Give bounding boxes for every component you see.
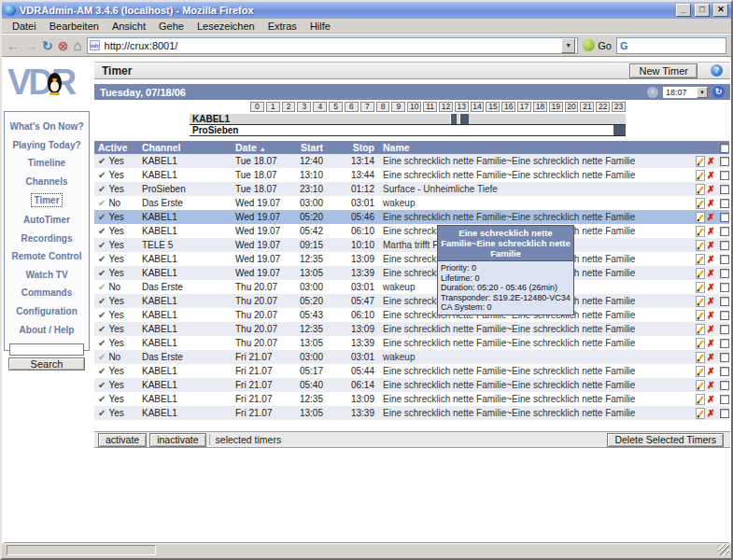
toggle-active-icon[interactable]: ✔ xyxy=(98,352,106,362)
col-name[interactable]: Name xyxy=(379,141,692,154)
delete-timer-icon[interactable]: ✗ xyxy=(707,296,714,306)
delete-timer-icon[interactable]: ✗ xyxy=(707,170,714,180)
menu-item-gehe[interactable]: Gehe xyxy=(152,20,190,33)
timer-row[interactable]: ✔YesKABEL1Wed 19.0705:4206:10Eine schrec… xyxy=(94,224,729,238)
timer-row[interactable]: ✔YesKABEL1Tue 18.0712:4013:14Eine schrec… xyxy=(94,154,729,168)
row-checkbox[interactable] xyxy=(720,381,729,390)
timeline-hour-8[interactable]: 8 xyxy=(376,102,390,112)
toggle-active-icon[interactable]: ✔ xyxy=(98,380,106,390)
stop-icon[interactable]: ⊗ xyxy=(58,39,69,52)
row-checkbox[interactable] xyxy=(720,283,729,292)
toggle-active-icon[interactable]: ✔ xyxy=(98,268,106,278)
sidebar-search-input[interactable] xyxy=(9,343,84,356)
edit-timer-icon[interactable] xyxy=(696,198,705,209)
sidebar-item-playing-today[interactable]: Playing Today? xyxy=(10,139,82,151)
sidebar-item-remote-control[interactable]: Remote Control xyxy=(10,250,84,262)
edit-timer-icon[interactable] xyxy=(696,268,705,279)
web-search-input[interactable] xyxy=(631,39,723,52)
delete-timer-icon[interactable]: ✗ xyxy=(707,310,714,320)
row-checkbox[interactable] xyxy=(720,339,729,348)
toggle-active-icon[interactable]: ✔ xyxy=(98,212,106,222)
inactivate-button[interactable]: inactivate xyxy=(149,433,205,447)
select-all-checkbox[interactable] xyxy=(720,144,729,153)
timeline-hour-9[interactable]: 9 xyxy=(391,102,405,112)
sidebar-item-what-s-on-now[interactable]: What's On Now? xyxy=(7,120,85,133)
row-checkbox[interactable] xyxy=(720,241,729,250)
delete-timer-icon[interactable]: ✗ xyxy=(707,254,714,264)
refresh-timeline-icon[interactable]: ↻ xyxy=(712,86,725,98)
delete-timer-icon[interactable]: ✗ xyxy=(707,268,714,278)
timer-row[interactable]: ✔YesTELE 5Wed 19.0709:1510:10Martha trif… xyxy=(94,238,729,252)
timeline-hour-16[interactable]: 16 xyxy=(501,102,515,112)
edit-timer-icon[interactable] xyxy=(696,310,705,321)
minimize-button[interactable]: _ xyxy=(676,4,691,17)
sidebar-item-timeline[interactable]: Timeline xyxy=(26,157,67,169)
row-checkbox[interactable] xyxy=(720,353,729,362)
toggle-active-icon[interactable]: ✔ xyxy=(98,310,106,320)
col-date[interactable]: Date ▲ xyxy=(232,141,286,154)
timeline-hour-11[interactable]: 11 xyxy=(423,102,437,112)
url-input[interactable] xyxy=(103,39,559,52)
row-checkbox[interactable] xyxy=(720,297,729,306)
col-active[interactable]: Active xyxy=(94,141,138,154)
timer-row[interactable]: ✔YesKABEL1Wed 19.0705:2005:46Eine schrec… xyxy=(94,210,729,224)
timeline-hour-23[interactable]: 23 xyxy=(612,102,626,112)
activate-button[interactable]: activate xyxy=(98,433,147,447)
col-stop[interactable]: Stop xyxy=(328,141,379,154)
timer-row[interactable]: ✔YesKABEL1Fri 21.0713:0513:39Eine schrec… xyxy=(94,406,729,420)
sidebar-search-button[interactable]: Search xyxy=(8,357,85,371)
edit-timer-icon[interactable] xyxy=(696,156,705,167)
reload-icon[interactable]: ↻ xyxy=(42,39,53,52)
col-start[interactable]: Start xyxy=(286,141,328,154)
toggle-active-icon[interactable]: ✔ xyxy=(98,408,106,418)
toggle-active-icon[interactable]: ✔ xyxy=(98,324,106,334)
menu-item-hilfe[interactable]: Hilfe xyxy=(303,20,337,33)
timer-row[interactable]: ✔YesKABEL1Thu 20.0705:2005:47Eine schrec… xyxy=(94,294,729,308)
row-checkbox[interactable] xyxy=(720,325,729,334)
menu-item-ansicht[interactable]: Ansicht xyxy=(106,20,152,33)
time-select[interactable]: 18:07 ▼ xyxy=(662,86,709,99)
toggle-active-icon[interactable]: ✔ xyxy=(98,282,106,292)
timeline-hour-21[interactable]: 21 xyxy=(580,102,594,112)
row-checkbox[interactable] xyxy=(720,171,729,180)
edit-timer-icon[interactable] xyxy=(696,170,705,181)
timer-row[interactable]: ✔NoDas ErsteFri 21.0703:0003:01wakeup✗ xyxy=(94,350,729,364)
timeline-hour-18[interactable]: 18 xyxy=(533,102,547,112)
delete-timer-icon[interactable]: ✗ xyxy=(707,324,714,334)
delete-timer-icon[interactable]: ✗ xyxy=(707,226,714,236)
delete-timer-icon[interactable]: ✗ xyxy=(707,184,714,194)
toggle-active-icon[interactable]: ✔ xyxy=(98,338,106,348)
delete-timer-icon[interactable]: ✗ xyxy=(707,408,714,418)
timer-row[interactable]: ✔YesKABEL1Wed 19.0712:3513:09Eine schrec… xyxy=(94,252,729,266)
timer-row[interactable]: ✔YesKABEL1Tue 18.0713:1013:44Eine schrec… xyxy=(94,168,729,182)
timeline-hour-5[interactable]: 5 xyxy=(329,102,343,112)
timeline-hour-20[interactable]: 20 xyxy=(565,102,579,112)
edit-timer-icon[interactable] xyxy=(696,324,705,335)
toggle-active-icon[interactable]: ✔ xyxy=(98,156,106,166)
row-checkbox[interactable] xyxy=(720,199,729,208)
sidebar-item-channels[interactable]: Channels xyxy=(23,175,69,188)
timer-row[interactable]: ✔YesKABEL1Fri 21.0705:1705:44Eine schrec… xyxy=(94,364,729,378)
help-icon[interactable]: ? xyxy=(711,64,723,77)
menu-item-datei[interactable]: Datei xyxy=(6,20,43,33)
timer-row[interactable]: ✔YesKABEL1Wed 19.0713:0513:39Eine schrec… xyxy=(94,266,729,280)
toggle-active-icon[interactable]: ✔ xyxy=(98,240,106,250)
timer-row[interactable]: ✔YesKABEL1Fri 21.0705:4006:14Eine schrec… xyxy=(94,378,729,392)
row-checkbox[interactable] xyxy=(720,255,729,264)
edit-timer-icon[interactable] xyxy=(696,352,705,363)
edit-timer-icon[interactable] xyxy=(696,212,705,223)
timeline-hour-1[interactable]: 1 xyxy=(266,102,280,112)
menu-item-lesezeichen[interactable]: Lesezeichen xyxy=(190,20,261,33)
close-button[interactable]: ✕ xyxy=(713,4,728,17)
timeline-hour-2[interactable]: 2 xyxy=(282,102,296,112)
row-checkbox[interactable] xyxy=(720,409,729,418)
row-checkbox[interactable] xyxy=(720,213,729,222)
sidebar-item-autotimer[interactable]: AutoTimer xyxy=(21,214,72,226)
delete-timer-icon[interactable]: ✗ xyxy=(707,366,714,376)
delete-timer-icon[interactable]: ✗ xyxy=(707,380,714,390)
edit-timer-icon[interactable] xyxy=(696,366,705,377)
timeline-hour-7[interactable]: 7 xyxy=(360,102,374,112)
timer-row[interactable]: ✔NoDas ErsteThu 20.0703:0003:01wakeup✗ xyxy=(94,280,729,294)
edit-timer-icon[interactable] xyxy=(696,282,705,293)
edit-timer-icon[interactable] xyxy=(696,394,705,405)
